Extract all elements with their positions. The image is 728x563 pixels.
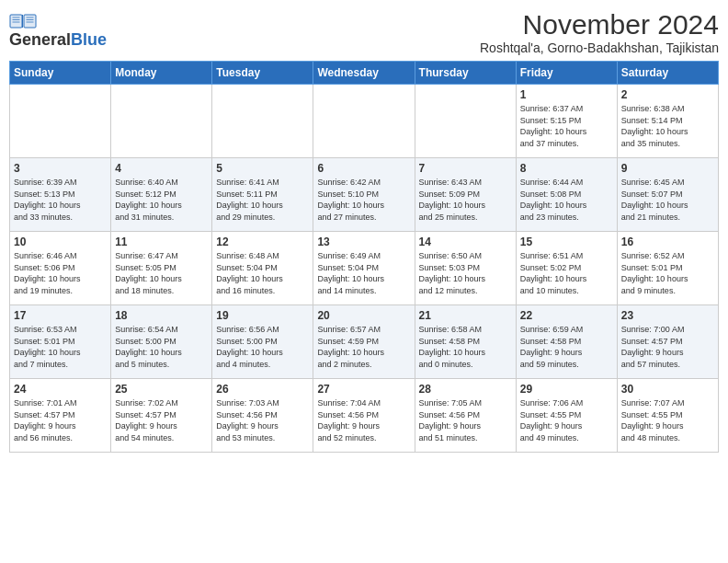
day-info: Sunrise: 6:52 AMSunset: 5:01 PMDaylight:… bbox=[621, 250, 714, 296]
location-title: Roshtqal'a, Gorno-Badakhshan, Tajikistan bbox=[480, 40, 719, 55]
day-number: 9 bbox=[621, 162, 714, 175]
day-info: Sunrise: 6:40 AMSunset: 5:12 PMDaylight:… bbox=[115, 177, 208, 223]
calendar-cell: 2Sunrise: 6:38 AMSunset: 5:14 PMDaylight… bbox=[617, 85, 718, 158]
day-number: 10 bbox=[14, 236, 107, 248]
day-info: Sunrise: 7:04 AMSunset: 4:56 PMDaylight:… bbox=[317, 397, 410, 443]
svg-rect-1 bbox=[10, 15, 22, 28]
day-number: 24 bbox=[14, 383, 107, 396]
day-info: Sunrise: 7:01 AMSunset: 4:57 PMDaylight:… bbox=[14, 397, 107, 443]
day-info: Sunrise: 6:37 AMSunset: 5:15 PMDaylight:… bbox=[520, 103, 613, 149]
calendar-cell: 3Sunrise: 6:39 AMSunset: 5:13 PMDaylight… bbox=[10, 158, 111, 232]
day-info: Sunrise: 6:47 AMSunset: 5:05 PMDaylight:… bbox=[115, 250, 208, 296]
calendar-cell: 20Sunrise: 6:57 AMSunset: 4:59 PMDayligh… bbox=[313, 305, 415, 379]
calendar-table: SundayMondayTuesdayWednesdayThursdayFrid… bbox=[9, 61, 719, 453]
svg-rect-2 bbox=[24, 15, 36, 28]
day-info: Sunrise: 6:58 AMSunset: 4:58 PMDaylight:… bbox=[419, 324, 512, 370]
day-number: 29 bbox=[520, 383, 613, 396]
weekday-header-tuesday: Tuesday bbox=[212, 62, 313, 85]
calendar-cell: 4Sunrise: 6:40 AMSunset: 5:12 PMDaylight… bbox=[111, 158, 212, 232]
calendar-cell: 26Sunrise: 7:03 AMSunset: 4:56 PMDayligh… bbox=[212, 379, 313, 453]
calendar-header-row: SundayMondayTuesdayWednesdayThursdayFrid… bbox=[10, 62, 719, 85]
calendar-cell: 22Sunrise: 6:59 AMSunset: 4:58 PMDayligh… bbox=[516, 305, 617, 379]
weekday-header-monday: Monday bbox=[111, 62, 212, 85]
day-info: Sunrise: 7:03 AMSunset: 4:56 PMDaylight:… bbox=[216, 397, 309, 443]
day-info: Sunrise: 6:50 AMSunset: 5:03 PMDaylight:… bbox=[419, 250, 512, 296]
calendar-cell: 13Sunrise: 6:49 AMSunset: 5:04 PMDayligh… bbox=[313, 232, 415, 305]
day-info: Sunrise: 6:44 AMSunset: 5:08 PMDaylight:… bbox=[520, 177, 613, 223]
logo-text: GeneralBlue bbox=[9, 31, 107, 48]
day-number: 11 bbox=[115, 236, 208, 248]
day-info: Sunrise: 6:57 AMSunset: 4:59 PMDaylight:… bbox=[317, 324, 410, 370]
day-number: 28 bbox=[419, 383, 512, 396]
day-info: Sunrise: 6:45 AMSunset: 5:07 PMDaylight:… bbox=[621, 177, 714, 223]
day-number: 19 bbox=[216, 309, 309, 322]
month-title: November 2024 bbox=[480, 9, 719, 40]
calendar-cell: 14Sunrise: 6:50 AMSunset: 5:03 PMDayligh… bbox=[415, 232, 516, 305]
day-number: 25 bbox=[115, 383, 208, 396]
day-number: 1 bbox=[520, 88, 613, 101]
day-number: 8 bbox=[520, 162, 613, 175]
calendar-cell bbox=[10, 85, 111, 158]
calendar-cell: 23Sunrise: 7:00 AMSunset: 4:57 PMDayligh… bbox=[617, 305, 718, 379]
calendar-header: GeneralBlue November 2024 Roshtqal'a, Go… bbox=[9, 9, 719, 55]
day-info: Sunrise: 6:49 AMSunset: 5:04 PMDaylight:… bbox=[317, 250, 410, 296]
calendar-cell: 29Sunrise: 7:06 AMSunset: 4:55 PMDayligh… bbox=[516, 379, 617, 453]
calendar-cell: 6Sunrise: 6:42 AMSunset: 5:10 PMDaylight… bbox=[313, 158, 415, 232]
day-number: 26 bbox=[216, 383, 309, 396]
calendar-cell bbox=[212, 85, 313, 158]
day-number: 17 bbox=[14, 309, 107, 322]
day-number: 3 bbox=[14, 162, 107, 175]
day-number: 12 bbox=[216, 236, 309, 248]
day-number: 18 bbox=[115, 309, 208, 322]
calendar-cell: 11Sunrise: 6:47 AMSunset: 5:05 PMDayligh… bbox=[111, 232, 212, 305]
calendar-cell: 10Sunrise: 6:46 AMSunset: 5:06 PMDayligh… bbox=[10, 232, 111, 305]
day-number: 23 bbox=[621, 309, 714, 322]
day-number: 13 bbox=[317, 236, 410, 248]
calendar-cell bbox=[313, 85, 415, 158]
logo: GeneralBlue bbox=[9, 13, 107, 48]
calendar-cell: 12Sunrise: 6:48 AMSunset: 5:04 PMDayligh… bbox=[212, 232, 313, 305]
day-info: Sunrise: 7:00 AMSunset: 4:57 PMDaylight:… bbox=[621, 324, 714, 370]
day-info: Sunrise: 7:07 AMSunset: 4:55 PMDaylight:… bbox=[621, 397, 714, 443]
day-number: 21 bbox=[419, 309, 512, 322]
day-number: 16 bbox=[621, 236, 714, 248]
calendar-cell: 30Sunrise: 7:07 AMSunset: 4:55 PMDayligh… bbox=[617, 379, 718, 453]
day-info: Sunrise: 6:43 AMSunset: 5:09 PMDaylight:… bbox=[419, 177, 512, 223]
day-info: Sunrise: 6:59 AMSunset: 4:58 PMDaylight:… bbox=[520, 324, 613, 370]
day-number: 2 bbox=[621, 88, 714, 101]
weekday-header-saturday: Saturday bbox=[617, 62, 718, 85]
day-info: Sunrise: 6:46 AMSunset: 5:06 PMDaylight:… bbox=[14, 250, 107, 296]
day-number: 15 bbox=[520, 236, 613, 248]
calendar-cell: 17Sunrise: 6:53 AMSunset: 5:01 PMDayligh… bbox=[10, 305, 111, 379]
day-number: 4 bbox=[115, 162, 208, 175]
calendar-cell: 18Sunrise: 6:54 AMSunset: 5:00 PMDayligh… bbox=[111, 305, 212, 379]
day-info: Sunrise: 6:39 AMSunset: 5:13 PMDaylight:… bbox=[14, 177, 107, 223]
day-info: Sunrise: 6:48 AMSunset: 5:04 PMDaylight:… bbox=[216, 250, 309, 296]
weekday-header-wednesday: Wednesday bbox=[313, 62, 415, 85]
weekday-header-sunday: Sunday bbox=[10, 62, 111, 85]
day-info: Sunrise: 7:05 AMSunset: 4:56 PMDaylight:… bbox=[419, 397, 512, 443]
calendar-cell: 16Sunrise: 6:52 AMSunset: 5:01 PMDayligh… bbox=[617, 232, 718, 305]
weekday-header-friday: Friday bbox=[516, 62, 617, 85]
calendar-cell: 19Sunrise: 6:56 AMSunset: 5:00 PMDayligh… bbox=[212, 305, 313, 379]
day-info: Sunrise: 7:02 AMSunset: 4:57 PMDaylight:… bbox=[115, 397, 208, 443]
calendar-cell bbox=[415, 85, 516, 158]
day-number: 14 bbox=[419, 236, 512, 248]
calendar-cell: 7Sunrise: 6:43 AMSunset: 5:09 PMDaylight… bbox=[415, 158, 516, 232]
day-number: 20 bbox=[317, 309, 410, 322]
logo-icon bbox=[9, 13, 37, 29]
calendar-cell: 8Sunrise: 6:44 AMSunset: 5:08 PMDaylight… bbox=[516, 158, 617, 232]
day-number: 27 bbox=[317, 383, 410, 396]
day-number: 30 bbox=[621, 383, 714, 396]
day-number: 22 bbox=[520, 309, 613, 322]
calendar-cell: 28Sunrise: 7:05 AMSunset: 4:56 PMDayligh… bbox=[415, 379, 516, 453]
day-info: Sunrise: 6:51 AMSunset: 5:02 PMDaylight:… bbox=[520, 250, 613, 296]
day-info: Sunrise: 6:53 AMSunset: 5:01 PMDaylight:… bbox=[14, 324, 107, 370]
day-info: Sunrise: 6:56 AMSunset: 5:00 PMDaylight:… bbox=[216, 324, 309, 370]
calendar-cell: 25Sunrise: 7:02 AMSunset: 4:57 PMDayligh… bbox=[111, 379, 212, 453]
day-info: Sunrise: 6:54 AMSunset: 5:00 PMDaylight:… bbox=[115, 324, 208, 370]
day-number: 6 bbox=[317, 162, 410, 175]
day-info: Sunrise: 6:38 AMSunset: 5:14 PMDaylight:… bbox=[621, 103, 714, 149]
calendar-cell: 5Sunrise: 6:41 AMSunset: 5:11 PMDaylight… bbox=[212, 158, 313, 232]
calendar-cell: 15Sunrise: 6:51 AMSunset: 5:02 PMDayligh… bbox=[516, 232, 617, 305]
